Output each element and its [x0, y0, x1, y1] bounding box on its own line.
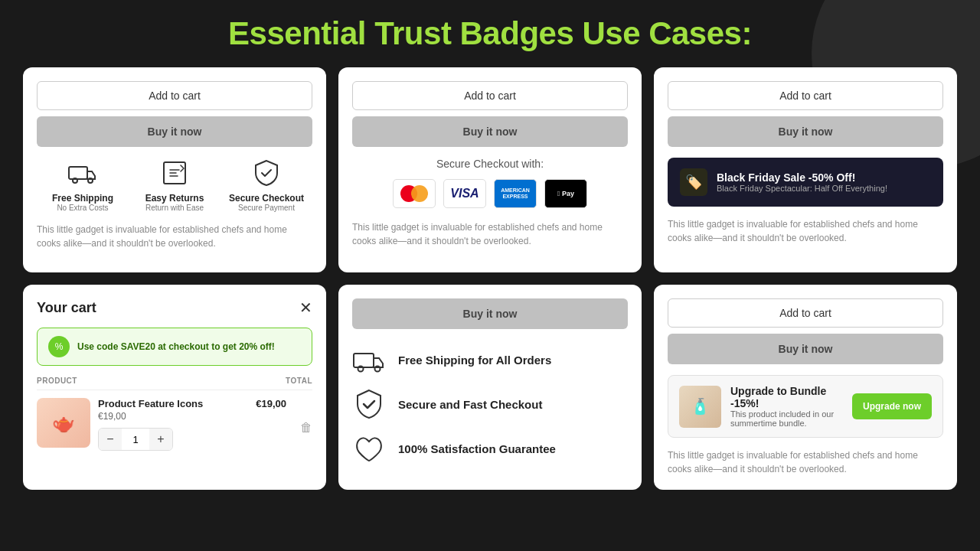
- card-payment-methods: Add to cart Buy it now Secure Checkout w…: [338, 67, 642, 272]
- card2-desc: This little gadget is invaluable for est…: [352, 220, 628, 248]
- card-your-cart: Your cart ✕ % Use code SAVE20 at checkou…: [23, 285, 326, 490]
- payment-methods-row: VISA AMERICANEXPRESS  Pay: [352, 179, 628, 208]
- svg-rect-4: [354, 354, 374, 367]
- card1-desc: This little gadget is invaluable for est…: [37, 223, 312, 250]
- bundle-text: Upgrade to Bundle -15%! This product inc…: [730, 385, 843, 428]
- bundle-thumbnail: 🧴: [679, 386, 721, 428]
- badge-free-shipping-title: Free Shipping: [37, 193, 129, 204]
- cart-product-row: 🫖 Product Feature Icons €19,00 − 1 + €19…: [37, 398, 312, 451]
- bundle-banner: 🧴 Upgrade to Bundle -15%! This product i…: [668, 375, 943, 438]
- add-to-cart-button-2[interactable]: Add to cart: [352, 81, 628, 110]
- satisfaction-icon: [352, 432, 386, 465]
- badge-secure-checkout-title: Secure Checkout: [220, 193, 312, 204]
- svg-rect-0: [69, 167, 87, 179]
- cart-product-header: PRODUCT TOTAL: [37, 377, 312, 390]
- badge-easy-returns: Easy Returns Return with Ease: [129, 158, 220, 212]
- bf-title: Black Friday Sale -50% Off!: [717, 171, 887, 184]
- trust-item-shipping: Free Shipping for All Orders: [352, 343, 628, 377]
- badge-easy-returns-sub: Return with Ease: [129, 204, 220, 212]
- bundle-subtitle: This product included in our summertime …: [730, 409, 843, 428]
- badge-easy-returns-title: Easy Returns: [129, 193, 220, 204]
- product-total: €19,00: [256, 398, 286, 409]
- card-trust-list: Buy it now Free Shipping for All Orders: [338, 285, 642, 490]
- add-to-cart-button-1[interactable]: Add to cart: [37, 81, 312, 110]
- badge-secure-checkout-sub: Secure Payment: [220, 204, 312, 212]
- bf-subtitle: Black Friday Spectacular: Half Off Every…: [717, 184, 887, 193]
- col-total-label: TOTAL: [286, 377, 312, 385]
- visa-icon: VISA: [443, 179, 486, 208]
- add-to-cart-button-6[interactable]: Add to cart: [668, 298, 943, 328]
- product-name: Product Feature Icons: [98, 398, 248, 409]
- add-to-cart-button-3[interactable]: Add to cart: [668, 81, 943, 110]
- quantity-input[interactable]: 1: [122, 434, 149, 445]
- promo-banner: % Use code SAVE20 at checkout to get 20%…: [37, 328, 312, 366]
- badge-free-shipping-sub: No Extra Costs: [37, 204, 129, 212]
- svg-point-1: [73, 178, 77, 183]
- truck-icon: [67, 158, 98, 188]
- col-product-label: PRODUCT: [37, 377, 77, 385]
- trust-items-list: Free Shipping for All Orders Secure and …: [352, 343, 628, 465]
- close-icon[interactable]: ✕: [299, 298, 312, 317]
- amex-icon: AMERICANEXPRESS: [494, 179, 537, 208]
- svg-point-2: [88, 178, 93, 183]
- product-price: €19,00: [98, 411, 248, 422]
- trust-shipping-label: Free Shipping for All Orders: [398, 354, 551, 367]
- upgrade-now-button[interactable]: Upgrade now: [852, 393, 932, 419]
- secure-checkout-icon: [352, 387, 386, 421]
- delete-icon[interactable]: 🗑: [300, 421, 312, 435]
- cart-title: Your cart: [37, 300, 96, 316]
- buy-it-now-button-3[interactable]: Buy it now: [668, 116, 943, 147]
- black-friday-banner: 🏷️ Black Friday Sale -50% Off! Black Fri…: [668, 158, 943, 207]
- product-details: Product Feature Icons €19,00 − 1 +: [98, 398, 248, 451]
- percent-icon: 🏷️: [680, 168, 707, 196]
- trust-secure-label: Secure and Fast Checkout: [398, 398, 542, 411]
- buy-it-now-button-5[interactable]: Buy it now: [352, 298, 628, 329]
- card6-desc: This little gadget is invaluable for est…: [668, 448, 943, 476]
- card-black-friday: Add to cart Buy it now 🏷️ Black Friday S…: [654, 67, 957, 272]
- qty-increase-button[interactable]: +: [149, 429, 172, 450]
- shield-icon: [251, 158, 282, 188]
- trust-badges-row: Free Shipping No Extra Costs Easy Return…: [37, 158, 312, 212]
- returns-icon: [159, 158, 190, 188]
- cart-header: Your cart ✕: [37, 298, 312, 317]
- shipping-icon: [352, 343, 386, 377]
- product-thumbnail: 🫖: [37, 398, 90, 448]
- cards-grid: Add to cart Buy it now Free Shipping No …: [23, 67, 957, 490]
- mastercard-icon: [393, 179, 436, 208]
- product-total-value: €19,00: [256, 398, 286, 409]
- card3-desc: This little gadget is invaluable for est…: [668, 217, 943, 245]
- buy-it-now-button-1[interactable]: Buy it now: [37, 116, 312, 147]
- badge-free-shipping: Free Shipping No Extra Costs: [37, 158, 129, 212]
- promo-text: Use code SAVE20 at checkout to get 20% o…: [77, 341, 275, 352]
- buy-it-now-button-6[interactable]: Buy it now: [668, 334, 943, 364]
- buy-it-now-button-2[interactable]: Buy it now: [352, 116, 628, 147]
- trust-item-secure: Secure and Fast Checkout: [352, 387, 628, 421]
- qty-decrease-button[interactable]: −: [99, 429, 122, 450]
- secure-checkout-label: Secure Checkout with:: [352, 158, 628, 170]
- card-bundle-upgrade: Add to cart Buy it now 🧴 Upgrade to Bund…: [654, 285, 957, 490]
- trust-satisfaction-label: 100% Satisfaction Guarantee: [398, 442, 556, 455]
- applepay-icon:  Pay: [544, 179, 587, 208]
- card-trust-badges: Add to cart Buy it now Free Shipping No …: [23, 67, 326, 272]
- promo-percent-icon: %: [48, 336, 70, 357]
- bundle-title: Upgrade to Bundle -15%!: [730, 385, 843, 409]
- trust-item-satisfaction: 100% Satisfaction Guarantee: [352, 432, 628, 465]
- badge-secure-checkout: Secure Checkout Secure Payment: [220, 158, 312, 212]
- page-title: Essential Trust Badges Use Cases:: [23, 15, 957, 52]
- bf-text: Black Friday Sale -50% Off! Black Friday…: [717, 171, 887, 193]
- quantity-control: − 1 +: [98, 428, 173, 451]
